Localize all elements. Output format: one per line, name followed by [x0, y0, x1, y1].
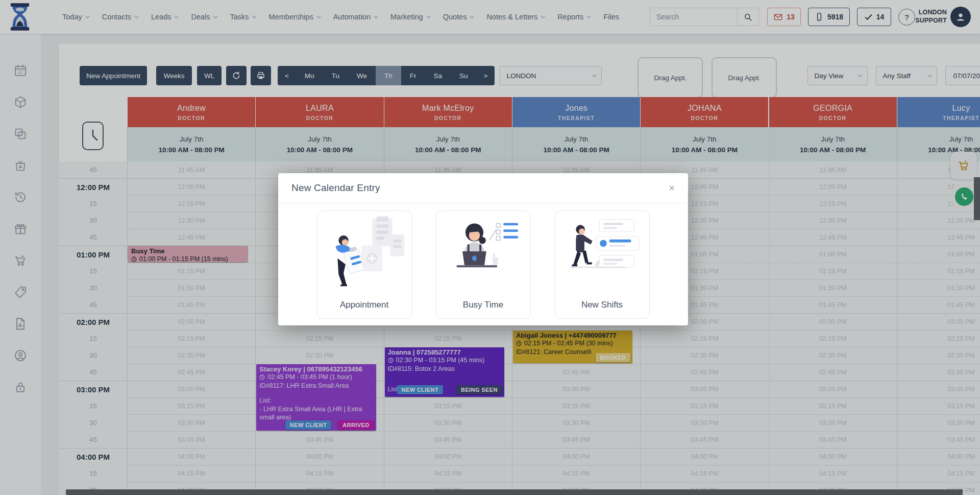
modal-option-label: Appointment — [340, 300, 388, 310]
new-calendar-entry-modal: New Calendar Entry × AppointmentBusy Tim… — [278, 173, 688, 325]
new-shifts-illustration — [562, 211, 642, 292]
modal-option-busy-time[interactable]: Busy Time — [436, 210, 531, 319]
modal-header: New Calendar Entry × — [278, 173, 688, 203]
modal-option-appointment[interactable]: Appointment — [317, 210, 412, 319]
modal-body: AppointmentBusy TimeNew Shifts — [278, 203, 688, 319]
modal-option-label: Busy Time — [463, 300, 503, 310]
close-icon[interactable]: × — [669, 183, 675, 193]
busy-time-illustration — [444, 211, 523, 292]
appointment-illustration — [325, 211, 404, 292]
modal-option-new-shifts[interactable]: New Shifts — [555, 210, 650, 319]
modal-option-label: New Shifts — [581, 300, 623, 310]
modal-title: New Calendar Entry — [291, 182, 380, 194]
